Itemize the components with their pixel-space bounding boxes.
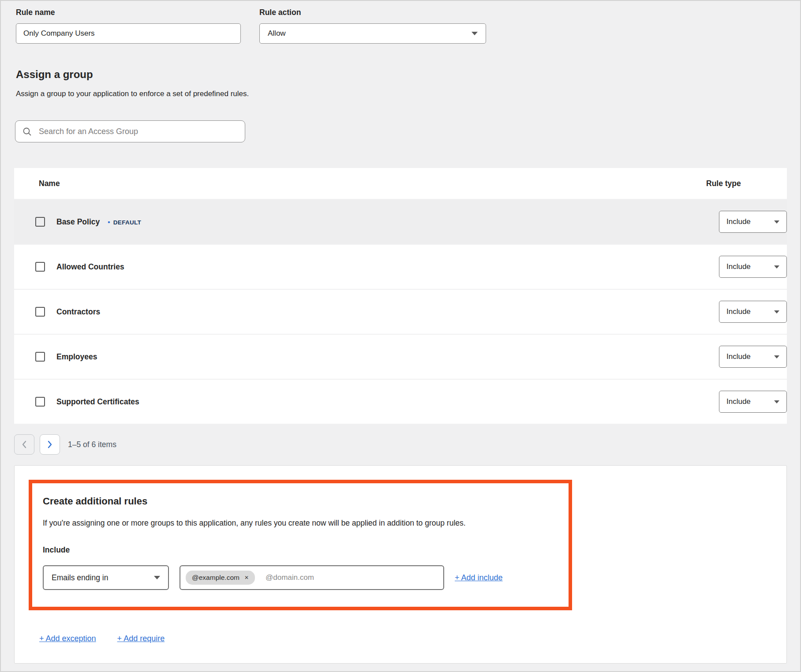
rule-type-select[interactable]: Include	[719, 211, 787, 233]
table-row: Allowed Countries Include	[14, 245, 787, 289]
column-header-name: Name	[39, 179, 60, 188]
additional-rules-card: Create additional rules If you're assign…	[14, 465, 787, 664]
additional-rules-heading: Create additional rules	[43, 496, 555, 507]
rule-type-value: Include	[726, 217, 751, 226]
chevron-down-icon	[774, 220, 779, 224]
column-header-rule-type: Rule type	[706, 179, 787, 188]
row-name: Allowed Countries	[56, 262, 124, 272]
annotation-highlight-box: Create additional rules If you're assign…	[29, 480, 572, 610]
search-icon	[22, 127, 32, 136]
rule-name-field: Rule name	[16, 8, 241, 44]
additional-rules-description: If you're assigning one or more groups t…	[43, 519, 555, 528]
rule-type-select[interactable]: Include	[719, 391, 787, 413]
rule-action-field: Rule action Allow	[259, 8, 486, 44]
row-name: Base Policy	[56, 217, 100, 227]
row-checkbox[interactable]	[35, 397, 45, 407]
chevron-right-icon	[47, 441, 52, 448]
footer-links-row: + Add exception + Add require	[39, 634, 786, 643]
table-row: Supported Certificates Include	[14, 380, 787, 424]
email-domain-input[interactable]: @example.com ✕	[180, 565, 444, 590]
chevron-down-icon	[774, 400, 779, 403]
access-group-search[interactable]	[15, 120, 245, 142]
chevron-down-icon	[774, 310, 779, 314]
rule-name-input[interactable]	[16, 23, 241, 44]
row-checkbox[interactable]	[35, 352, 45, 362]
access-group-table: Name Rule type Base Policy DEFAULT Inclu…	[14, 168, 787, 424]
pagination-status: 1–5 of 6 items	[68, 440, 116, 449]
table-row: Contractors Include	[14, 290, 787, 334]
add-require-link[interactable]: + Add require	[117, 634, 165, 643]
access-rule-page: Rule name Rule action Allow Assign a gro…	[0, 0, 801, 672]
include-rule-row: Emails ending in @example.com ✕ + Add in…	[43, 565, 555, 590]
chevron-left-icon	[22, 441, 27, 448]
row-name: Supported Certificates	[56, 397, 139, 407]
rule-action-select[interactable]: Allow	[259, 23, 486, 44]
rule-fields-row: Rule name Rule action Allow	[1, 1, 800, 44]
row-checkbox[interactable]	[35, 307, 45, 317]
pagination: 1–5 of 6 items	[14, 434, 800, 455]
rule-type-value: Include	[726, 397, 751, 406]
condition-select[interactable]: Emails ending in	[43, 565, 169, 590]
rule-action-value: Allow	[268, 29, 286, 38]
chevron-down-icon	[774, 265, 779, 269]
chevron-down-icon	[472, 32, 478, 35]
include-label: Include	[43, 545, 555, 555]
assign-group-heading: Assign a group	[16, 68, 800, 81]
table-row: Employees Include	[14, 335, 787, 379]
email-domain-text-input[interactable]	[265, 573, 438, 582]
condition-value: Emails ending in	[52, 573, 108, 582]
table-row: Base Policy DEFAULT Include	[14, 200, 787, 244]
previous-page-button[interactable]	[14, 434, 34, 455]
chevron-down-icon	[154, 576, 160, 579]
rule-type-select[interactable]: Include	[719, 346, 787, 368]
rule-type-select[interactable]: Include	[719, 301, 787, 323]
next-page-button[interactable]	[40, 434, 60, 455]
row-name: Employees	[56, 352, 97, 362]
row-name: Contractors	[56, 307, 100, 317]
row-checkbox[interactable]	[35, 262, 45, 272]
default-badge: DEFAULT	[108, 218, 141, 226]
access-group-search-input[interactable]	[38, 127, 238, 137]
row-checkbox[interactable]	[35, 217, 45, 227]
rule-name-label: Rule name	[16, 8, 241, 17]
rule-type-value: Include	[726, 262, 751, 271]
email-domain-tag: @example.com ✕	[186, 571, 255, 585]
tag-label: @example.com	[192, 574, 240, 582]
table-header: Name Rule type	[14, 168, 787, 199]
add-include-link[interactable]: + Add include	[455, 573, 503, 582]
rule-type-value: Include	[726, 307, 751, 316]
assign-group-description: Assign a group to your application to en…	[16, 90, 800, 98]
close-icon[interactable]: ✕	[244, 575, 249, 580]
chevron-down-icon	[774, 355, 779, 358]
rule-type-select[interactable]: Include	[719, 256, 787, 278]
rule-action-label: Rule action	[259, 8, 486, 17]
rule-type-value: Include	[726, 352, 751, 361]
add-exception-link[interactable]: + Add exception	[39, 634, 96, 643]
